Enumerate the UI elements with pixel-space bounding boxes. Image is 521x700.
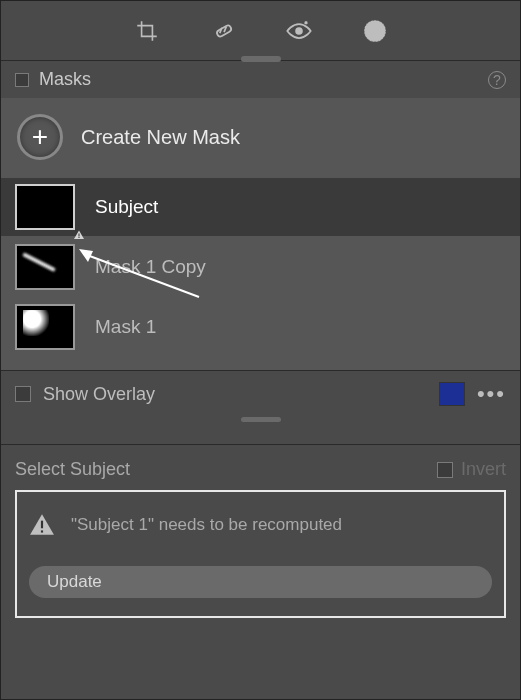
plus-icon: + bbox=[32, 121, 48, 153]
tool-strip bbox=[1, 1, 520, 61]
svg-rect-10 bbox=[41, 521, 43, 529]
panel-visibility-checkbox[interactable] bbox=[15, 73, 29, 87]
select-subject-panel: Select Subject Invert "Subject 1" needs … bbox=[1, 445, 520, 632]
create-mask-label: Create New Mask bbox=[81, 126, 240, 149]
recompute-notice: "Subject 1" needs to be recomputed Updat… bbox=[15, 490, 506, 618]
mask-thumb-subject[interactable] bbox=[15, 184, 75, 230]
warning-icon bbox=[72, 229, 86, 241]
masks-panel-title: Masks bbox=[39, 69, 91, 90]
select-subject-header: Select Subject Invert bbox=[15, 459, 506, 480]
create-mask-button[interactable]: + bbox=[17, 114, 63, 160]
more-icon[interactable]: ••• bbox=[477, 381, 506, 407]
svg-rect-9 bbox=[79, 237, 80, 238]
mask-row-subject[interactable]: Subject bbox=[1, 178, 520, 236]
mask-label-subject: Subject bbox=[95, 196, 158, 218]
svg-point-3 bbox=[296, 28, 302, 34]
recompute-message: "Subject 1" needs to be recomputed bbox=[71, 515, 342, 535]
mask-row-copy[interactable]: Mask 1 Copy bbox=[1, 238, 520, 296]
svg-rect-8 bbox=[79, 234, 80, 237]
help-icon[interactable]: ? bbox=[488, 71, 506, 89]
update-button-label: Update bbox=[47, 572, 102, 591]
show-overlay-checkbox[interactable] bbox=[15, 386, 31, 402]
masks-panel-body: + Create New Mask Subject Mask 1 Copy Ma… bbox=[1, 98, 520, 371]
masks-footer: Show Overlay ••• bbox=[1, 371, 520, 417]
overlay-color-swatch[interactable] bbox=[439, 382, 465, 406]
drag-handle-icon[interactable] bbox=[241, 417, 281, 422]
mask-thumb-copy[interactable] bbox=[15, 244, 75, 290]
mask-label-copy: Mask 1 Copy bbox=[95, 256, 206, 278]
radial-icon[interactable] bbox=[361, 17, 389, 45]
mask-row-mask1[interactable]: Mask 1 bbox=[1, 298, 520, 356]
invert-label: Invert bbox=[461, 459, 506, 480]
heal-icon[interactable] bbox=[209, 17, 237, 45]
show-overlay-label: Show Overlay bbox=[43, 384, 155, 405]
panel-divider bbox=[1, 417, 520, 445]
create-mask-row[interactable]: + Create New Mask bbox=[15, 110, 506, 176]
redeye-icon[interactable] bbox=[285, 17, 313, 45]
select-subject-title: Select Subject bbox=[15, 459, 130, 480]
drag-handle-icon[interactable] bbox=[241, 56, 281, 62]
warning-icon bbox=[29, 512, 55, 538]
app-root: Masks ? + Create New Mask Subject Mask 1… bbox=[0, 0, 521, 700]
mask-thumb-mask1[interactable] bbox=[15, 304, 75, 350]
crop-icon[interactable] bbox=[133, 17, 161, 45]
invert-checkbox[interactable] bbox=[437, 462, 453, 478]
masks-panel-header: Masks ? bbox=[1, 61, 520, 98]
update-button[interactable]: Update bbox=[29, 566, 492, 598]
mask-label-mask1: Mask 1 bbox=[95, 316, 156, 338]
svg-rect-11 bbox=[41, 530, 43, 532]
